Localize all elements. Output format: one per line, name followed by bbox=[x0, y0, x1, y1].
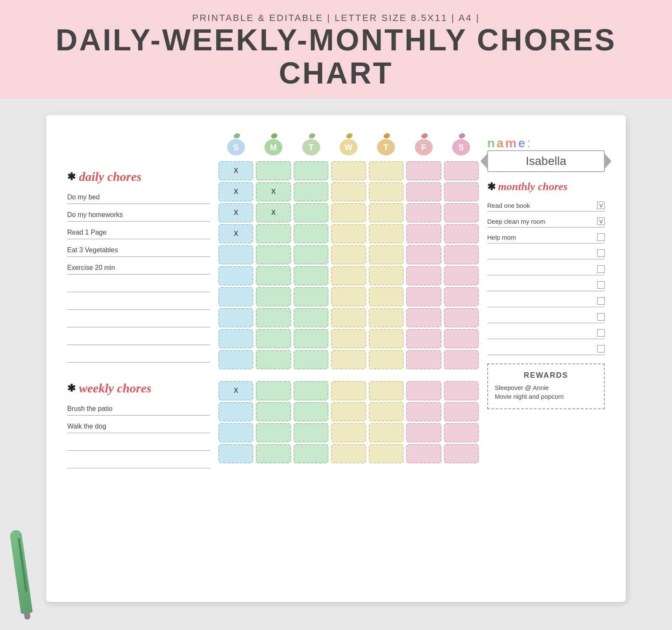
grid-cell[interactable] bbox=[406, 350, 441, 369]
grid-cell[interactable] bbox=[294, 381, 328, 400]
grid-cell[interactable] bbox=[444, 402, 479, 421]
grid-cell[interactable] bbox=[406, 444, 441, 463]
grid-cell[interactable] bbox=[444, 224, 479, 243]
grid-cell[interactable]: X bbox=[256, 203, 291, 222]
grid-cell[interactable]: X bbox=[256, 182, 291, 201]
grid-cell[interactable] bbox=[256, 423, 291, 442]
monthly-chore-checkbox[interactable] bbox=[597, 281, 605, 289]
grid-cell[interactable]: X bbox=[218, 381, 253, 400]
grid-cell[interactable] bbox=[256, 266, 291, 285]
grid-cell[interactable] bbox=[406, 245, 441, 264]
grid-cell[interactable]: X bbox=[218, 203, 253, 222]
grid-cell[interactable] bbox=[331, 182, 366, 201]
grid-cell[interactable] bbox=[331, 350, 366, 369]
grid-cell[interactable] bbox=[218, 350, 253, 369]
grid-cell[interactable] bbox=[369, 423, 404, 442]
grid-cell[interactable] bbox=[294, 203, 328, 222]
grid-cell[interactable] bbox=[444, 308, 479, 327]
grid-cell[interactable]: X bbox=[218, 224, 253, 243]
grid-cell[interactable] bbox=[406, 423, 441, 442]
grid-cell[interactable] bbox=[406, 203, 441, 222]
grid-cell[interactable] bbox=[369, 329, 404, 348]
grid-cell[interactable] bbox=[294, 308, 328, 327]
grid-cell[interactable] bbox=[331, 423, 366, 442]
grid-cell[interactable] bbox=[294, 266, 328, 285]
grid-cell[interactable] bbox=[444, 329, 479, 348]
grid-cell[interactable] bbox=[444, 423, 479, 442]
grid-cell[interactable] bbox=[256, 245, 291, 264]
monthly-chore-checkbox[interactable] bbox=[597, 233, 605, 241]
grid-cell[interactable] bbox=[406, 381, 441, 400]
grid-cell[interactable] bbox=[331, 266, 366, 285]
grid-cell[interactable] bbox=[369, 266, 404, 285]
grid-cell[interactable] bbox=[218, 329, 253, 348]
grid-cell[interactable] bbox=[218, 245, 253, 264]
grid-cell[interactable] bbox=[294, 224, 328, 243]
grid-cell[interactable] bbox=[256, 329, 291, 348]
grid-cell[interactable] bbox=[331, 203, 366, 222]
grid-cell[interactable] bbox=[444, 245, 479, 264]
grid-cell[interactable] bbox=[256, 287, 291, 306]
grid-cell[interactable] bbox=[444, 266, 479, 285]
grid-cell[interactable] bbox=[218, 444, 253, 463]
grid-cell[interactable] bbox=[256, 161, 291, 180]
grid-cell[interactable] bbox=[256, 350, 291, 369]
grid-cell[interactable] bbox=[294, 444, 328, 463]
grid-cell[interactable] bbox=[369, 350, 404, 369]
grid-cell[interactable] bbox=[256, 444, 291, 463]
monthly-chore-checkbox[interactable] bbox=[597, 265, 605, 273]
grid-cell[interactable] bbox=[369, 245, 404, 264]
monthly-chore-checkbox[interactable] bbox=[597, 345, 605, 353]
grid-cell[interactable] bbox=[256, 402, 291, 421]
grid-cell[interactable] bbox=[218, 423, 253, 442]
grid-cell[interactable] bbox=[331, 329, 366, 348]
monthly-chore-checkbox[interactable]: V bbox=[597, 201, 605, 209]
monthly-chore-checkbox[interactable] bbox=[597, 313, 605, 321]
grid-cell[interactable] bbox=[294, 402, 328, 421]
grid-cell[interactable] bbox=[406, 224, 441, 243]
grid-cell[interactable] bbox=[294, 329, 328, 348]
grid-cell[interactable] bbox=[256, 308, 291, 327]
grid-cell[interactable] bbox=[406, 287, 441, 306]
grid-cell[interactable] bbox=[406, 308, 441, 327]
grid-cell[interactable] bbox=[331, 287, 366, 306]
grid-cell[interactable] bbox=[406, 182, 441, 201]
grid-cell[interactable] bbox=[331, 245, 366, 264]
grid-cell[interactable] bbox=[369, 161, 404, 180]
grid-cell[interactable] bbox=[218, 266, 253, 285]
grid-cell[interactable] bbox=[406, 161, 441, 180]
grid-cell[interactable] bbox=[444, 444, 479, 463]
grid-cell[interactable] bbox=[256, 224, 291, 243]
grid-cell[interactable] bbox=[444, 350, 479, 369]
grid-cell[interactable] bbox=[218, 287, 253, 306]
grid-cell[interactable] bbox=[444, 381, 479, 400]
monthly-chore-checkbox[interactable]: V bbox=[597, 217, 605, 225]
grid-cell[interactable] bbox=[444, 161, 479, 180]
grid-cell[interactable] bbox=[294, 245, 328, 264]
grid-cell[interactable] bbox=[406, 329, 441, 348]
grid-cell[interactable] bbox=[369, 224, 404, 243]
grid-cell[interactable] bbox=[294, 287, 328, 306]
grid-cell[interactable] bbox=[294, 161, 328, 180]
monthly-chore-checkbox[interactable] bbox=[597, 297, 605, 305]
grid-cell[interactable] bbox=[218, 308, 253, 327]
grid-cell[interactable]: X bbox=[218, 161, 253, 180]
grid-cell[interactable] bbox=[369, 444, 404, 463]
grid-cell[interactable] bbox=[369, 402, 404, 421]
grid-cell[interactable] bbox=[444, 182, 479, 201]
grid-cell[interactable] bbox=[369, 182, 404, 201]
grid-cell[interactable] bbox=[369, 381, 404, 400]
monthly-chore-checkbox[interactable] bbox=[597, 329, 605, 337]
grid-cell[interactable] bbox=[256, 381, 291, 400]
grid-cell[interactable] bbox=[294, 182, 328, 201]
monthly-chore-checkbox[interactable] bbox=[597, 249, 605, 257]
grid-cell[interactable] bbox=[369, 308, 404, 327]
grid-cell[interactable]: X bbox=[218, 182, 253, 201]
grid-cell[interactable] bbox=[331, 402, 366, 421]
grid-cell[interactable] bbox=[331, 444, 366, 463]
grid-cell[interactable] bbox=[444, 203, 479, 222]
grid-cell[interactable] bbox=[294, 423, 328, 442]
grid-cell[interactable] bbox=[444, 287, 479, 306]
grid-cell[interactable] bbox=[369, 203, 404, 222]
grid-cell[interactable] bbox=[406, 402, 441, 421]
